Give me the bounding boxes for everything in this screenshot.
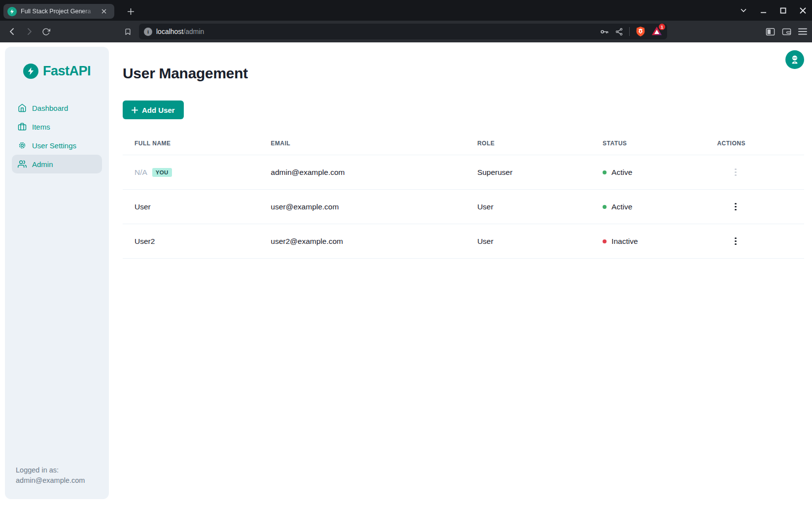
- forward-button[interactable]: [22, 24, 36, 39]
- fastapi-lightning-icon: [23, 64, 38, 79]
- url-text[interactable]: localhost/admin: [156, 28, 596, 35]
- cell-full-name: User: [123, 202, 259, 211]
- col-header-role: ROLE: [466, 140, 591, 147]
- menu-hamburger-icon[interactable]: [798, 28, 807, 35]
- row-actions-menu-icon: [732, 166, 740, 179]
- add-user-button[interactable]: Add User: [123, 101, 184, 119]
- minimize-button[interactable]: [757, 4, 770, 17]
- cell-status: Active: [591, 202, 705, 211]
- divider: [629, 27, 630, 36]
- logged-in-label: Logged in as:: [16, 465, 102, 476]
- cell-status: Inactive: [591, 237, 705, 246]
- cell-full-name: User2: [123, 237, 259, 246]
- col-header-full-name: FULL NAME: [123, 140, 259, 147]
- cell-email: admin@example.com: [259, 168, 466, 177]
- row-actions-menu-icon[interactable]: [732, 200, 740, 214]
- maximize-button[interactable]: [777, 4, 789, 17]
- sidebar-item-user-settings[interactable]: User Settings: [12, 136, 102, 155]
- new-tab-button[interactable]: [124, 5, 137, 18]
- password-key-icon[interactable]: [600, 27, 609, 36]
- table-row: User2 user2@example.com User Inactive: [123, 224, 804, 258]
- you-badge: YOU: [152, 168, 172, 177]
- col-header-status: STATUS: [591, 140, 705, 147]
- sidebar-item-items[interactable]: Items: [12, 117, 102, 136]
- sidebar-item-admin[interactable]: Admin: [12, 155, 102, 173]
- logged-in-email: admin@example.com: [16, 475, 102, 486]
- address-bar[interactable]: i localhost/admin 1: [139, 24, 667, 39]
- rewards-badge: 1: [659, 24, 665, 30]
- bookmark-icon[interactable]: [120, 24, 135, 39]
- users-table: FULL NAME EMAIL ROLE STATUS ACTIONS N/A …: [123, 132, 804, 259]
- sidebar: FastAPI Dashboard Items User Settings Ad: [5, 47, 109, 499]
- browser-toolbar: i localhost/admin 1: [0, 21, 812, 42]
- gear-icon: [18, 141, 27, 150]
- sidebar-toggle-icon[interactable]: [766, 28, 775, 36]
- status-dot: [603, 170, 607, 174]
- page-title: User Management: [123, 65, 804, 82]
- sidebar-item-label: Admin: [32, 160, 53, 168]
- user-astronaut-icon: [790, 55, 800, 65]
- sidebar-item-label: User Settings: [32, 141, 76, 150]
- wallet-icon[interactable]: [782, 28, 791, 36]
- tab-favicon-lightning-icon: [7, 7, 17, 16]
- col-header-email: EMAIL: [259, 140, 466, 147]
- users-icon: [18, 160, 27, 168]
- brave-shield-icon[interactable]: [636, 26, 645, 37]
- tab-title: Full Stack Project Genera: [21, 8, 96, 15]
- cell-role: User: [466, 237, 591, 246]
- cell-actions: [705, 166, 804, 179]
- tab-search-chevron-icon[interactable]: [737, 4, 750, 17]
- home-icon: [18, 103, 27, 112]
- tab-close-icon[interactable]: [100, 7, 108, 16]
- main-content: User Management Add User FULL NAME EMAIL…: [109, 42, 812, 505]
- logged-in-info: Logged in as: admin@example.com: [12, 465, 102, 487]
- cell-status: Active: [591, 168, 705, 177]
- row-actions-menu-icon[interactable]: [732, 235, 740, 248]
- browser-tab[interactable]: Full Stack Project Genera: [3, 4, 114, 19]
- sidebar-item-dashboard[interactable]: Dashboard: [12, 99, 102, 117]
- share-icon[interactable]: [615, 28, 623, 36]
- cell-role: Superuser: [466, 168, 591, 177]
- cell-email: user@example.com: [259, 202, 466, 211]
- logo-text: FastAPI: [43, 64, 91, 79]
- sidebar-item-label: Items: [32, 123, 50, 131]
- user-menu-button[interactable]: [785, 50, 804, 69]
- status-dot: [603, 239, 607, 243]
- sidebar-item-label: Dashboard: [32, 104, 68, 112]
- add-user-label: Add User: [142, 106, 175, 114]
- back-button[interactable]: [5, 24, 20, 39]
- table-row: User user@example.com User Active: [123, 189, 804, 224]
- cell-role: User: [466, 202, 591, 211]
- status-dot: [603, 205, 607, 209]
- cell-email: user2@example.com: [259, 237, 466, 246]
- fastapi-logo: FastAPI: [12, 64, 102, 79]
- close-window-button[interactable]: [796, 4, 809, 17]
- url-path: /admin: [183, 28, 204, 35]
- url-host: localhost: [156, 28, 183, 35]
- plus-icon: [132, 107, 138, 113]
- cell-full-name: N/A YOU: [123, 168, 259, 177]
- site-info-icon[interactable]: i: [144, 28, 152, 36]
- divider: [123, 258, 804, 259]
- reload-button[interactable]: [38, 24, 53, 39]
- cell-actions: [705, 200, 804, 214]
- table-header-row: FULL NAME EMAIL ROLE STATUS ACTIONS: [123, 132, 804, 155]
- cell-actions: [705, 235, 804, 248]
- table-row: N/A YOU admin@example.com Superuser Acti…: [123, 155, 804, 189]
- col-header-actions: ACTIONS: [705, 140, 804, 147]
- admin-page: FastAPI Dashboard Items User Settings Ad: [0, 42, 812, 505]
- brave-rewards-icon[interactable]: 1: [651, 26, 662, 37]
- briefcase-icon: [18, 122, 27, 131]
- browser-titlebar: Full Stack Project Genera: [0, 0, 812, 21]
